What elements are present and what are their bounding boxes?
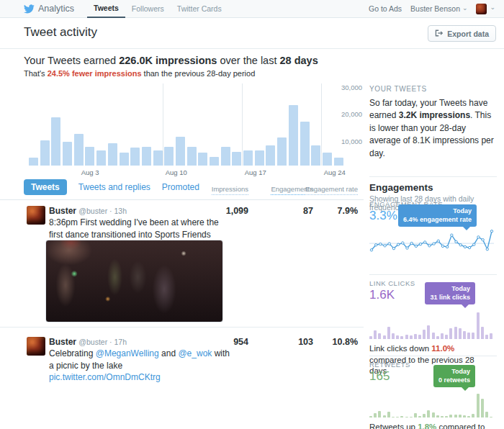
stat-engagement-rate: 10.8% (333, 337, 358, 347)
tweet-meta: @buster · 17h (78, 338, 127, 346)
retweets-bar-chart[interactable] (369, 393, 497, 417)
summary-line1: Your Tweets earned 226.0K impressions ov… (24, 55, 318, 66)
tweet-row[interactable]: Buster @buster · 13h 8:36pm First weddin… (0, 200, 364, 328)
export-label: Export data (447, 30, 489, 38)
pic-link[interactable]: pic.twitter.com/OmnDmCKtrg (49, 372, 161, 382)
export-data-button[interactable]: Export data (428, 25, 496, 42)
engagements-sidebar: Engagements Showing last 28 days with da… (369, 176, 497, 429)
impressions-change: 24.5% fewer impressions (48, 69, 142, 78)
column-header-engagement-rate[interactable]: Engagement rate (305, 185, 358, 195)
tweet-author-name: Buster (49, 206, 76, 216)
tooltip-value: 0 retweets (438, 376, 470, 384)
tweet-list-header: Tweets Tweets and replies Promoted Impre… (0, 176, 364, 200)
mention-link[interactable]: @MeganWelling (96, 348, 159, 358)
link-clicks-bar-chart[interactable] (369, 312, 497, 339)
divider (369, 274, 497, 275)
impressions-summary: Your Tweets earned 226.0K impressions ov… (24, 55, 318, 78)
engagements-header: Engagements Showing last 28 days with da… (369, 176, 497, 200)
mention-link[interactable]: @e_wok (178, 348, 212, 358)
brand-label: Analytics (38, 4, 74, 14)
nav-tab-followers[interactable]: Followers (125, 0, 171, 18)
chevron-down-icon: ⌄ (462, 4, 468, 12)
avatar-menu[interactable]: ⌄ (476, 4, 495, 14)
engagement-rate-line-chart[interactable] (369, 225, 494, 258)
retweets-note: Retweets up 1.8% compared to the previou… (369, 422, 492, 429)
tweet-photo[interactable] (45, 240, 223, 322)
today-tooltip: Today 0 retweets (433, 365, 475, 387)
export-icon (435, 30, 444, 38)
impressions-bar-chart[interactable]: 10,00020,00030,000 Aug 3Aug 10Aug 17Aug … (24, 81, 364, 179)
nav-tabs: Tweets Followers Twitter Cards (87, 0, 228, 18)
nav-right: Go to Ads Buster Benson ⌄ ⌄ (369, 4, 495, 14)
tooltip-today: Today (430, 284, 470, 293)
tweet-author-name: Buster (49, 337, 76, 347)
user-menu[interactable]: Buster Benson ⌄ (410, 4, 467, 13)
your-tweets-title: YOUR TWEETS (369, 85, 497, 93)
tooltip-value: 31 link clicks (430, 293, 470, 302)
avatar (27, 337, 45, 356)
tab-tweets[interactable]: Tweets (24, 179, 67, 195)
avatar (476, 4, 487, 14)
your-tweets-panel: YOUR TWEETS So far today, your Tweets ha… (369, 85, 497, 160)
link-clicks-section: LINK CLICKS 1.6K Today 31 link clicks Li… (369, 279, 497, 349)
stat-engagements: 87 (303, 206, 313, 216)
tooltip-today: Today (403, 207, 472, 215)
chevron-down-icon: ⌄ (490, 4, 495, 11)
retweets-section: RETWEETS 165 Today 0 retweets Retweets u… (369, 361, 497, 429)
column-header-impressions[interactable]: Impressions (212, 185, 248, 195)
twitter-bird-icon (24, 4, 35, 14)
user-name: Buster Benson (410, 4, 460, 13)
engagement-rate-section: ENGAGEMENT RATE 3.3% Today 6.4% engageme… (369, 200, 497, 268)
summary-line2: That's 24.5% fewer impressions than the … (24, 69, 318, 78)
impressions-bars (29, 85, 346, 166)
nav-tab-tweets[interactable]: Tweets (87, 0, 125, 18)
retweets-change: 1.8% (418, 423, 436, 429)
today-impressions: 3.2K impressions (399, 110, 470, 120)
page-header: Tweet activity Export data (0, 18, 504, 49)
stat-engagements: 103 (298, 337, 313, 347)
top-navbar: Analytics Tweets Followers Twitter Cards… (0, 0, 504, 18)
engagements-title: Engagements (369, 182, 497, 193)
tab-tweets-and-replies[interactable]: Tweets and replies (78, 182, 150, 192)
tweet-author-line: Buster @buster · 13h (49, 206, 127, 216)
tweet-list-tabs: Tweets Tweets and replies Promoted (24, 179, 199, 195)
tab-promoted[interactable]: Promoted (162, 182, 199, 192)
avatar (27, 206, 45, 225)
go-to-ads-link[interactable]: Go to Ads (369, 4, 402, 13)
nav-tab-twitter-cards[interactable]: Twitter Cards (171, 0, 228, 18)
stat-impressions: 1,099 (226, 206, 248, 216)
today-tooltip: Today 6.4% engagement rate (398, 204, 477, 227)
tweet-author-line: Buster @buster · 17h (49, 337, 127, 347)
page-title: Tweet activity (24, 25, 97, 40)
total-impressions: 226.0K impressions (119, 55, 217, 66)
tooltip-value: 6.4% engagement rate (403, 215, 472, 224)
tweet-text: Celebrating @MeganWelling and @e_wok wit… (49, 348, 232, 384)
tweet-meta: @buster · 13h (78, 207, 127, 215)
your-tweets-body: So far today, your Tweets have earned 3.… (369, 97, 497, 160)
analytics-brand[interactable]: Analytics (24, 4, 74, 14)
stat-impressions: 954 (233, 337, 248, 347)
tooltip-today: Today (438, 367, 470, 376)
today-tooltip: Today 31 link clicks (425, 282, 475, 304)
stat-engagement-rate: 7.9% (338, 206, 359, 216)
period-days: 28 days (279, 55, 318, 66)
tweet-row[interactable]: Buster @buster · 17h Celebrating @MeganW… (0, 328, 364, 429)
link-clicks-change: 11.0% (431, 344, 454, 353)
